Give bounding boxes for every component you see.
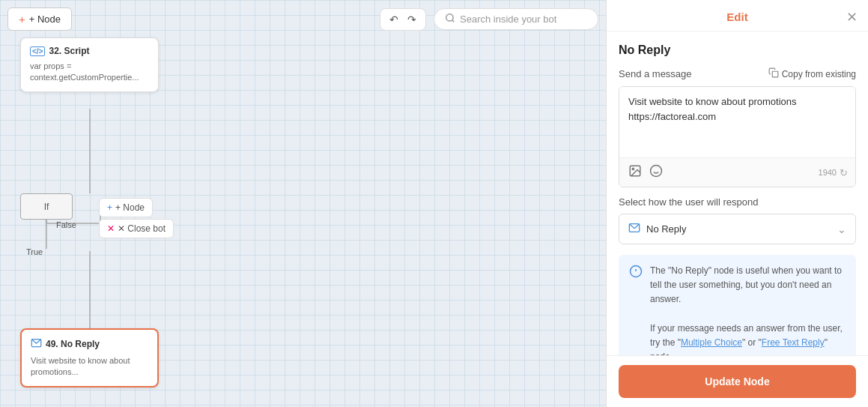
noreply-node[interactable]: 49. No Reply Visit website to know about… (20, 328, 159, 388)
toolbar: + + Node ↶ ↷ Search inside your bot (0, 7, 606, 31)
response-dropdown[interactable]: No Reply ⌄ (619, 214, 856, 244)
panel-footer: Update Node (607, 355, 868, 407)
right-panel: Edit ✕ No Reply Send a message Copy from… (606, 0, 868, 407)
chevron-down-icon: ⌄ (837, 223, 846, 235)
plus-icon: + (19, 13, 25, 25)
emoji-icon-btn[interactable] (648, 163, 664, 182)
char-count: 1940 ↻ (819, 167, 848, 178)
info-text-3: " or " (742, 337, 762, 348)
panel-header: Edit ✕ (607, 0, 868, 31)
response-dropdown-wrap[interactable]: No Reply ⌄ (619, 214, 856, 244)
add-node-label: + Node (29, 13, 61, 25)
add-node-button[interactable]: + + Node (7, 7, 72, 31)
script-node-title: </> 32. Script (30, 46, 149, 56)
svg-line-7 (452, 20, 455, 22)
image-icon-btn[interactable] (627, 163, 643, 182)
multiple-choice-link[interactable]: Multiple Choice (681, 337, 742, 348)
update-node-button[interactable]: Update Node (619, 365, 856, 398)
copy-icon (768, 67, 779, 80)
svg-point-12 (651, 166, 662, 177)
add-node-action-button[interactable]: + + Node (99, 198, 153, 217)
free-text-reply-link[interactable]: Free Text Reply (762, 337, 825, 348)
panel-close-button[interactable]: ✕ (846, 10, 858, 24)
send-message-row: Send a message Copy from existing (619, 67, 856, 80)
noreply-node-body: Visit website to know about promotions..… (31, 355, 148, 379)
undo-button[interactable]: ↶ (386, 12, 401, 27)
info-icon (629, 265, 643, 355)
if-node-label: If (44, 202, 49, 212)
info-text-1: The "No Reply" node is useful when you w… (650, 265, 842, 304)
undo-redo-group: ↶ ↷ (380, 8, 426, 31)
copy-from-button[interactable]: Copy from existing (768, 67, 856, 80)
svg-point-11 (632, 168, 634, 169)
char-count-value: 1940 (819, 168, 837, 177)
svg-rect-9 (772, 71, 778, 77)
script-icon: </> (30, 46, 45, 56)
info-box: The "No Reply" node is useful when you w… (619, 255, 856, 355)
close-bot-button[interactable]: ✕ ✕ Close bot (99, 219, 174, 238)
noreply-node-title: 49. No Reply (31, 337, 148, 351)
script-node[interactable]: </> 32. Script var props = context.getCu… (20, 37, 159, 92)
true-label: True (26, 247, 43, 256)
act-x-icon: ✕ (107, 223, 115, 234)
if-node[interactable]: If (20, 193, 73, 220)
panel-title: Edit (726, 10, 747, 23)
copy-from-label: Copy from existing (782, 69, 856, 79)
script-node-body: var props = context.getCustomPropertie..… (30, 61, 149, 84)
noreply-node-label: 49. No Reply (46, 339, 100, 349)
select-response-label: Select how the user will respond (619, 196, 856, 208)
canvas-area: + + Node ↶ ↷ Search inside your bot </> … (0, 0, 606, 407)
false-label: False (56, 220, 76, 229)
svg-point-6 (446, 14, 453, 21)
response-option-label: No Reply (646, 223, 686, 235)
message-textarea[interactable]: Visit website to know about promotions h… (619, 87, 855, 154)
add-node-action-label: + Node (115, 202, 145, 213)
noreply-icon (31, 337, 42, 351)
act-plus-icon: + (107, 202, 112, 213)
search-bar[interactable]: Search inside your bot (434, 8, 598, 30)
search-placeholder: Search inside your bot (460, 13, 556, 25)
info-text: The "No Reply" node is useful when you w… (650, 264, 846, 355)
send-message-label: Send a message (619, 68, 692, 79)
refresh-icon: ↻ (840, 167, 848, 178)
node-name-heading: No Reply (619, 43, 856, 57)
panel-body: No Reply Send a message Copy from existi… (607, 31, 868, 355)
search-icon (445, 13, 455, 25)
redo-button[interactable]: ↷ (404, 12, 419, 27)
textarea-toolbar: 1940 ↻ (619, 157, 855, 187)
no-reply-dropdown-icon (628, 222, 640, 236)
close-bot-label: ✕ Close bot (118, 223, 166, 234)
message-textarea-wrap: Visit website to know about promotions h… (619, 86, 856, 187)
script-node-label: 32. Script (49, 46, 89, 56)
